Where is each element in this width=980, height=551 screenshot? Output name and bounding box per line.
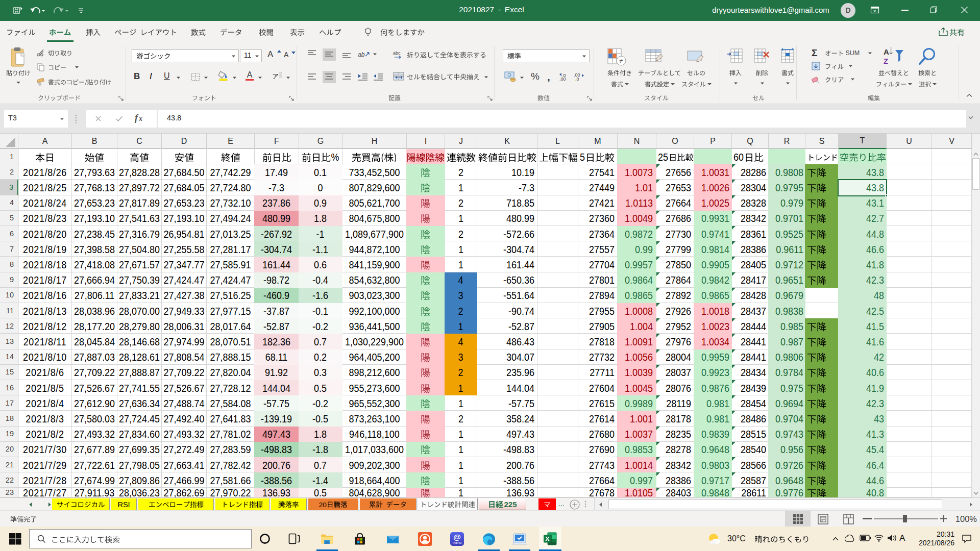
- svg-text:.00: .00: [559, 77, 566, 81]
- svg-text:A: A: [884, 47, 889, 56]
- svg-text:Z: Z: [884, 57, 888, 65]
- svg-text:abc: abc: [393, 51, 401, 56]
- svg-text:.0: .0: [575, 77, 579, 81]
- svg-text:ab: ab: [358, 51, 365, 58]
- svg-text:≠: ≠: [619, 57, 623, 65]
